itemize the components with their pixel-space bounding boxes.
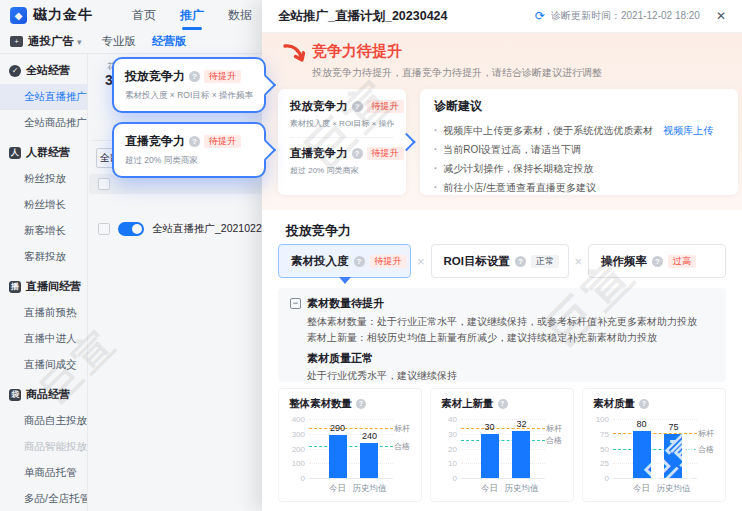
sidebar-item[interactable]: 多品/全店托管 — [0, 486, 87, 511]
summary-row-label: 投放竞争力 — [290, 99, 348, 114]
factor-tab-1[interactable]: ROI目标设置?正常 — [431, 244, 569, 278]
reference-line-label: 标杆 — [698, 427, 724, 438]
account-switcher[interactable]: 通投广告 — [28, 34, 74, 49]
help-icon[interactable]: ? — [498, 399, 508, 409]
sidebar-item[interactable]: 直播前预热 — [0, 300, 87, 326]
chart-title: 素材上新量? — [441, 397, 508, 411]
logo[interactable]: ◆ 磁力金牛 — [0, 6, 118, 24]
nav-item-2[interactable]: 数据 — [228, 0, 252, 30]
sidebar-section-header[interactable]: 袋商品经营 — [0, 380, 87, 408]
red-arrow-icon — [282, 41, 308, 71]
sidebar-item[interactable]: 新客增长 — [0, 218, 87, 244]
callout-title: 直播竞争力 — [125, 133, 185, 150]
bar — [481, 434, 499, 478]
diagnosis-text: 视频库中上传更多素材，便于系统优选优质素材 — [443, 121, 653, 140]
gridline — [461, 434, 545, 435]
factor-label: 操作频率 — [601, 254, 647, 269]
sidebar-item[interactable]: 客群投放 — [0, 244, 87, 270]
callout-card-0: 投放竞争力?待提升素材投入度 × ROI目标 × 操作频率 — [112, 57, 266, 113]
sidebar-item[interactable]: 全站商品推广 — [0, 110, 87, 136]
callout-title-row: 投放竞争力?待提升 — [125, 68, 253, 85]
x-axis-label: 历史均值 — [656, 483, 690, 495]
diagnosis-drawer: 全站推广_直播计划_20230424 ⟳ 诊断更新时间：2021-12-02 1… — [262, 0, 742, 511]
row-checkbox[interactable] — [98, 223, 110, 235]
help-icon[interactable]: ? — [652, 256, 663, 267]
y-tick-label: 25 — [585, 459, 609, 468]
sidebar-section-label: 商品经营 — [26, 387, 70, 402]
help-icon[interactable]: ? — [352, 148, 363, 159]
y-tick-label: 20 — [433, 444, 457, 453]
sidebar-section-header[interactable]: 播直播间经营 — [0, 272, 87, 300]
gridline — [613, 434, 697, 435]
sidebar-section-icon: 袋 — [9, 389, 21, 401]
close-icon[interactable]: ✕ — [716, 9, 726, 23]
sidebar-section-icon: 人 — [9, 147, 21, 159]
y-tick-label: 300 — [281, 429, 305, 438]
help-icon[interactable]: ? — [189, 136, 200, 147]
collapse-icon[interactable]: − — [290, 298, 301, 309]
sidebar-section-label: 人群经营 — [26, 145, 70, 160]
sidebar-item[interactable]: 粉丝投放 — [0, 166, 87, 192]
gridline — [461, 463, 545, 464]
help-icon[interactable]: ? — [354, 256, 365, 267]
y-tick-label: 200 — [281, 444, 305, 453]
diagnosis-text: 当前ROI设置过高，请适当下调 — [443, 140, 581, 159]
logo-text: 磁力金牛 — [33, 6, 93, 24]
sidebar-section-label: 全站经营 — [26, 63, 70, 78]
nav-item-0[interactable]: 首页 — [132, 0, 156, 30]
help-icon[interactable]: ? — [356, 399, 366, 409]
sidebar-item[interactable]: 粉丝增长 — [0, 192, 87, 218]
sidebar-item-label: 商品智能投放 — [24, 440, 87, 452]
status-badge: 过高 — [668, 255, 696, 268]
version-tab-1[interactable]: 经营版 — [152, 34, 187, 49]
x-axis-label: 今日 — [633, 483, 650, 495]
help-icon[interactable]: ? — [639, 399, 649, 409]
callout-title: 投放竞争力 — [125, 68, 185, 85]
hero-banner: 竞争力待提升 投放竞争力待提升，直播竞争力待提升，请结合诊断建议进行调整 投放竞… — [262, 33, 742, 210]
reference-line — [309, 446, 393, 447]
sidebar-item[interactable]: 商品自主投放 — [0, 408, 87, 434]
summary-box-subtitle: 素材质量正常 — [290, 351, 714, 366]
sidebar-item[interactable]: 商品智能投放▾ — [0, 434, 87, 460]
chart-title-text: 素材上新量 — [441, 397, 494, 411]
hero-subtitle: 投放竞争力待提升，直播竞争力待提升，请结合诊断建议进行调整 — [312, 66, 602, 80]
sidebar-section-header[interactable]: ✓全站经营 — [0, 56, 87, 84]
chart-plot: 0255075100标杆合格80今日75历史均值 — [613, 419, 697, 479]
help-icon[interactable]: ? — [189, 71, 200, 82]
version-tabs: 专业版经营版 — [102, 34, 187, 49]
sidebar-item[interactable]: 直播中进人 — [0, 326, 87, 352]
diagnosis-item: ·当前ROI设置过高，请适当下调 — [434, 140, 724, 159]
version-tab-0[interactable]: 专业版 — [102, 34, 137, 49]
summary-row-desc: 超过 20% 同类商家 — [290, 165, 394, 176]
nav-item-1[interactable]: 推广 — [180, 0, 204, 30]
bullet-icon: · — [434, 121, 437, 140]
select-all-checkbox[interactable] — [98, 178, 110, 190]
times-separator: × — [411, 254, 431, 269]
sidebar-item[interactable]: 全站直播推广 — [0, 84, 87, 110]
status-badge: 待提升 — [204, 70, 241, 83]
upload-link[interactable]: 视频库上传 — [663, 121, 713, 140]
y-tick-label: 0 — [433, 474, 457, 483]
help-icon[interactable]: ? — [352, 101, 363, 112]
factor-tab-2[interactable]: 操作频率?过高 — [588, 244, 726, 278]
x-axis-label: 今日 — [481, 483, 498, 495]
sidebar-item[interactable]: 直播间成交 — [0, 352, 87, 378]
status-badge: 待提升 — [367, 100, 404, 113]
bar — [512, 431, 530, 478]
drawer-title: 全站推广_直播计划_20230424 — [278, 8, 448, 25]
refresh-icon[interactable]: ⟳ — [535, 9, 545, 23]
sidebar: ✓全站经营全站直播推广全站商品推广人人群经营粉丝投放粉丝增长新客增长客群投放播直… — [0, 54, 88, 511]
chart-card-1: 素材上新量?010203040标杆合格30今日32历史均值 — [430, 388, 574, 502]
help-icon[interactable]: ? — [515, 256, 526, 267]
sidebar-section-header[interactable]: 人人群经营 — [0, 138, 87, 166]
summary-row-desc: 素材投入度 × ROI目标 × 操作频率 — [290, 118, 394, 129]
app-root: ◆ 磁力金牛 首页推广数据工具 + 通投广告 ▾ 专业版经营版 ✓全站经营全站直… — [0, 0, 742, 511]
reference-line-label: 标杆 — [546, 422, 572, 433]
diagnosis-item: ·减少计划操作，保持长期稳定投放 — [434, 159, 724, 178]
gridline — [461, 419, 545, 420]
bullet-icon: · — [434, 159, 437, 178]
y-tick-label: 0 — [585, 474, 609, 483]
sidebar-item[interactable]: 单商品托管 — [0, 460, 87, 486]
factor-tab-0[interactable]: 素材投入度?待提升 — [278, 244, 411, 278]
campaign-toggle[interactable] — [118, 222, 144, 236]
